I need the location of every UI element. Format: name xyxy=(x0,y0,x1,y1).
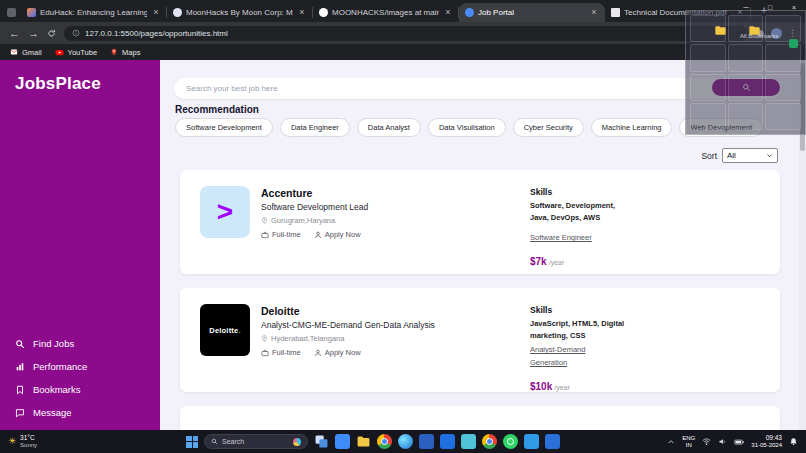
overlay-grid-cell xyxy=(728,103,764,130)
taskbar-icon-task-view[interactable] xyxy=(314,434,329,449)
taskbar-icon-edge[interactable] xyxy=(398,434,413,449)
apply-now[interactable]: Apply Now xyxy=(314,348,361,357)
language-line1: ENG xyxy=(682,435,695,442)
weather-widget[interactable]: ☀ 31°C Sunny xyxy=(0,434,37,449)
taskbar-icon-vscode[interactable] xyxy=(524,434,539,449)
address-bar[interactable]: 127.0.0.1:5500/pages/opportunities.html xyxy=(64,26,748,41)
apply-now[interactable]: Apply Now xyxy=(314,230,361,239)
reload-button[interactable] xyxy=(47,29,56,38)
company-name: Accenture xyxy=(261,187,368,199)
browser-tab-eduhack[interactable]: EduHack: Enhancing Learning | × xyxy=(21,3,167,22)
taskbar-icon-teams[interactable] xyxy=(545,434,560,449)
location-pin-icon xyxy=(261,217,268,224)
back-button[interactable]: ← xyxy=(9,28,20,39)
clock[interactable]: 09:43 31-05-2024 xyxy=(751,434,782,449)
recommendation-chip[interactable]: Data Visulisation xyxy=(428,118,506,137)
taskbar-icon-widgets[interactable] xyxy=(335,434,350,449)
job-link[interactable]: Analyst-Demand Generation xyxy=(530,344,592,370)
sidebar-item-message[interactable]: Message xyxy=(15,407,87,418)
tab-close-icon[interactable]: × xyxy=(589,8,599,17)
chevron-down-icon xyxy=(766,152,773,159)
taskbar-icon-word[interactable] xyxy=(419,434,434,449)
tab-close-icon[interactable]: × xyxy=(151,8,161,17)
window-icon xyxy=(7,8,16,17)
tab-close-icon[interactable]: × xyxy=(443,8,453,17)
bookmark-youtube[interactable]: YouTube xyxy=(55,48,97,57)
sidebar-item-label: Bookmarks xyxy=(33,384,81,395)
search-icon xyxy=(15,339,25,349)
bookmark-maps[interactable]: Maps xyxy=(110,48,140,57)
all-bookmarks-label[interactable]: All Bookmarks xyxy=(740,33,778,39)
job-location: Hyderabad,Telangana xyxy=(261,334,435,343)
weather-text: 31°C Sunny xyxy=(20,434,37,449)
location-pin-icon xyxy=(261,335,268,342)
sort-label: Sort xyxy=(701,151,717,161)
sort-select[interactable]: All xyxy=(722,148,778,163)
volume-icon[interactable] xyxy=(718,437,727,446)
taskbar-icon-store[interactable] xyxy=(461,434,476,449)
tab-title: EduHack: Enhancing Learning | xyxy=(40,8,147,17)
sidebar-item-find-jobs[interactable]: Find Jobs xyxy=(15,338,87,349)
skills-title: Skills xyxy=(530,187,690,197)
bookmark-gmail[interactable]: Gmail xyxy=(10,48,42,57)
employment-type: Full-time xyxy=(261,230,301,239)
weather-desc: Sunny xyxy=(20,442,37,449)
brand-logo: JobsPlace xyxy=(0,60,160,94)
job-card-right: Skills JavaScript, HTML5, Digital market… xyxy=(530,304,690,376)
browser-tab-github[interactable]: MOONHACKS/images at main × xyxy=(313,3,459,22)
wifi-icon[interactable] xyxy=(702,437,711,446)
deloitte-wordmark: Deloitte xyxy=(209,326,238,335)
taskbar-icon-outlook[interactable] xyxy=(440,434,455,449)
salary-amount: $7k xyxy=(530,256,547,267)
sidebar-nav: Find Jobs Performance Bookmarks Message xyxy=(15,338,87,418)
sidebar-item-bookmarks[interactable]: Bookmarks xyxy=(15,384,87,395)
recommendation-chip[interactable]: Cyber Security xyxy=(513,118,584,137)
employment-type: Full-time xyxy=(261,348,301,357)
browser-tab-job-portal[interactable]: Job Portal × xyxy=(459,3,605,22)
job-card-right: Skills Software, Development, Java, DevO… xyxy=(530,186,690,258)
weather-temp: 31°C xyxy=(20,434,37,442)
language-line2: IN xyxy=(686,442,692,449)
overlay-grid-cell xyxy=(765,44,801,71)
language-indicator[interactable]: ENG IN xyxy=(682,435,695,449)
tab-close-icon[interactable]: × xyxy=(297,8,307,17)
bookmark-label: Gmail xyxy=(22,48,42,57)
excel-icon xyxy=(789,39,798,48)
bookmark-icon xyxy=(15,385,25,395)
job-location: Gurugram,Haryana xyxy=(261,216,368,225)
job-info: Deloitte Analyst-CMG-ME-Demand Gen-Data … xyxy=(261,304,435,376)
job-card-accenture[interactable]: > Accenture Software Development Lead Gu… xyxy=(180,170,780,274)
taskbar-icon-chrome-profile[interactable] xyxy=(482,434,497,449)
site-info-icon[interactable] xyxy=(72,29,80,37)
location-text: Hyderabad,Telangana xyxy=(271,334,344,343)
briefcase-icon xyxy=(261,231,269,239)
notifications-icon[interactable] xyxy=(789,437,798,446)
tab-favicon xyxy=(611,8,620,17)
job-link[interactable]: Software Engineer xyxy=(530,232,592,245)
browser-tab-moonhacks[interactable]: MoonHacks By Moon Corp: Mi × xyxy=(167,3,313,22)
sidebar-item-label: Performance xyxy=(33,361,87,372)
taskbar-search[interactable]: Search xyxy=(204,434,308,449)
tab-title: Job Portal xyxy=(478,8,585,17)
job-card-deloitte[interactable]: Deloitte. Deloitte Analyst-CMG-ME-Demand… xyxy=(180,288,780,392)
taskbar-icon-chrome[interactable] xyxy=(377,434,392,449)
sidebar-item-performance[interactable]: Performance xyxy=(15,361,87,372)
job-card-partial[interactable] xyxy=(180,406,780,430)
taskbar-icon-whatsapp[interactable] xyxy=(503,434,518,449)
taskbar-center: Search xyxy=(186,430,560,453)
recommendation-chip[interactable]: Software Development xyxy=(175,118,273,137)
system-tray: ENG IN 09:43 31-05-2024 xyxy=(667,430,798,453)
overlay-grid-cell xyxy=(728,44,764,71)
overlay-grid-cell xyxy=(765,74,801,101)
salary-period: /year xyxy=(554,384,570,391)
taskbar-icon-file-explorer[interactable] xyxy=(356,434,371,449)
employment-type-label: Full-time xyxy=(272,348,301,357)
recommendation-chip[interactable]: Machine Learning xyxy=(591,118,673,137)
forward-button[interactable]: → xyxy=(28,28,39,39)
start-button[interactable] xyxy=(186,436,198,448)
battery-icon[interactable] xyxy=(734,437,744,447)
recommendation-chip[interactable]: Data Analyst xyxy=(357,118,421,137)
recommendation-chip[interactable]: Data Engineer xyxy=(280,118,350,137)
sort-value: All xyxy=(727,151,736,160)
tray-expand-icon[interactable] xyxy=(667,438,675,446)
